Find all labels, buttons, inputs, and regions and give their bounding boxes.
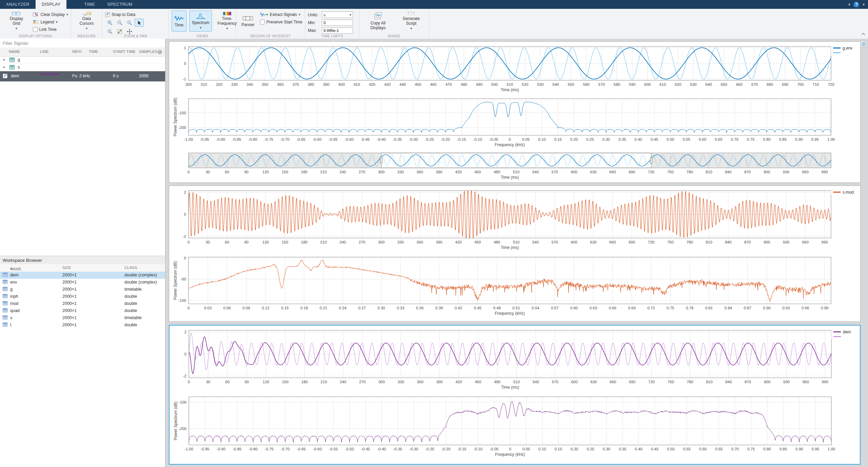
snap-to-data-checkbox-box[interactable] [105,12,110,17]
signal-row-dem[interactable]: dem Fs: 2 kHz 0 s 2000 [0,71,165,82]
preserve-start-time-checkbox[interactable]: Preserve Start Time [260,19,302,25]
expand-caret-icon[interactable]: ▸ [3,57,5,62]
column-samples[interactable]: SAMPLES [139,50,157,54]
legend-label: s.mod [843,190,854,195]
svg-text:30: 30 [205,170,210,174]
legend-button[interactable]: Legend ▾ [33,19,68,25]
column-class[interactable]: CLASS [124,266,137,270]
expand-caret-icon[interactable]: ▸ [3,65,5,69]
display2-time-plot[interactable]: 0306090120150180210240270300330360390420… [172,188,858,252]
extract-signals-button[interactable]: Extract Signals ▾ [260,11,302,18]
column-line[interactable]: LINE [40,50,49,54]
spectrum-view-button[interactable]: Spectrum ▾ [189,11,212,32]
signal-info: Fs: 2 kHz [72,74,90,78]
collapse-ribbon-button[interactable] [861,31,865,37]
svg-text:-0.80: -0.80 [249,447,257,451]
workspace-row-g[interactable]: g2000×1timetable [0,286,165,293]
workspace-row-inph[interactable]: inph2000×1double [0,293,165,300]
signal-visible-checkbox[interactable] [3,74,7,78]
workspace-row-dem[interactable]: dem2000×1double (complex) [0,272,165,279]
tab-spectrum[interactable]: SPECTRUM [101,0,138,9]
column-start-time[interactable]: START TIME [113,50,136,54]
column-info[interactable]: INFO [72,50,81,54]
zoom-in-button[interactable] [105,19,114,27]
copy-all-displays-button[interactable]: Copy All Displays [362,11,394,32]
svg-text:900: 900 [764,170,770,174]
display-grid-button[interactable]: Display Grid ▾ [3,11,30,32]
display1-time-plot[interactable]: 3003103203303403503603703803904004104204… [172,43,858,95]
display3-time-plot[interactable]: 0306090120150180210240270300330360390420… [172,328,859,392]
variable-name: env [10,280,17,285]
svg-text:690: 690 [782,82,788,86]
svg-text:420: 420 [455,380,462,384]
svg-text:90: 90 [244,380,249,384]
workspace-row-env[interactable]: env2000×1double (complex) [0,279,165,286]
svg-text:2.5: 2.5 [87,12,90,15]
display-1[interactable]: 3003103203303403503603703803904004104204… [169,41,861,183]
clear-display-icon [33,12,39,17]
svg-text:480: 480 [494,380,500,384]
display2-spectrum-plot[interactable]: 00.030.060.090.120.150.180.210.240.270.3… [172,254,858,320]
svg-text:0.24: 0.24 [339,306,347,310]
svg-text:840: 840 [725,240,731,244]
workspace-row-mod[interactable]: mod2000×1double [0,300,165,307]
data-cursors-button[interactable]: 2.5 Data Cursors ▾ [74,11,99,32]
svg-text:-100: -100 [178,111,186,115]
panel-collapse-button[interactable] [860,41,867,47]
pointer-button[interactable] [135,19,144,27]
svg-text:0.72: 0.72 [647,306,655,310]
time-view-button[interactable]: Time [172,11,186,32]
clear-display-button[interactable]: Clear Display ▾ [33,11,68,18]
snap-to-data-checkbox[interactable]: Snap to Data [105,11,144,18]
svg-text:0.55: 0.55 [683,447,690,451]
column-name[interactable]: NAME [9,50,20,54]
gear-icon[interactable] [157,50,162,55]
svg-text:710: 710 [812,82,819,86]
svg-text:660: 660 [610,380,616,384]
display3-spectrum-plot[interactable]: -1.00-0.95-0.90-0.85-0.80-0.75-0.70-0.65… [172,394,859,462]
svg-text:-0.45: -0.45 [361,447,370,451]
units-select[interactable]: s▾ [322,12,353,18]
zoom-x-button[interactable]: x [125,19,134,27]
workspace-row-t[interactable]: t2000×1double [0,322,165,329]
tab-time[interactable]: TIME [78,0,101,9]
signal-row-g[interactable]: ▸ g [0,56,165,64]
filter-signals-input[interactable]: Filter Signals [0,39,165,48]
link-time-checkbox[interactable]: Link Time [33,26,68,33]
workspace-row-s[interactable]: s2000×1timetable [0,314,165,322]
svg-text:Power Spectrum (dB): Power Spectrum (dB) [173,402,178,441]
display1-spectrum-plot[interactable]: -1.00-0.95-0.90-0.85-0.80-0.75-0.70-0.65… [172,96,858,151]
svg-text:180: 180 [301,240,308,244]
max-time-input[interactable] [322,27,353,34]
signal-row-s[interactable]: ▸ s [0,64,165,72]
display-3-selected[interactable]: 0306090120150180210240270300330360390420… [169,325,861,465]
signal-line-swatch [40,74,60,75]
svg-text:660: 660 [609,240,616,244]
variable-size: 2000×1 [62,294,77,299]
dropdown-caret-icon: ▾ [350,13,351,17]
min-time-input[interactable] [322,20,353,26]
svg-text:0: 0 [184,212,186,216]
workspace-row-quad[interactable]: quad2000×1double [0,307,165,314]
workspace-browser-title[interactable]: Workspace Browser [0,256,165,265]
svg-text:-2: -2 [183,374,186,378]
column-time[interactable]: TIME [89,50,98,54]
display-2[interactable]: 0306090120150180210240270300330360390420… [169,186,861,322]
quick-access-caret-icon[interactable]: ▾ [848,2,850,7]
tab-analyzer[interactable]: ANALYZER [0,0,36,9]
window-menu-caret-icon[interactable]: ▾ [863,2,865,7]
svg-text:-0.90: -0.90 [217,447,225,451]
zoom-out-button[interactable] [115,19,124,27]
generate-script-button[interactable]: Generate Script ▾ [397,11,426,32]
svg-text:0.63: 0.63 [590,306,597,310]
variable-class: double [124,294,137,299]
display1-panner[interactable]: 0306090120150180210240270300330360390420… [172,152,858,181]
panner-button[interactable]: Panner [239,11,257,32]
variable-class: timetable [124,315,142,320]
help-icon[interactable]: ? [853,2,859,7]
tab-display[interactable]: DISPLAY [36,0,66,9]
column-size[interactable]: SIZE [62,266,71,270]
link-time-checkbox-box[interactable] [33,27,38,32]
preserve-start-time-checkbox-box[interactable] [260,20,265,24]
svg-text:60: 60 [225,240,229,244]
